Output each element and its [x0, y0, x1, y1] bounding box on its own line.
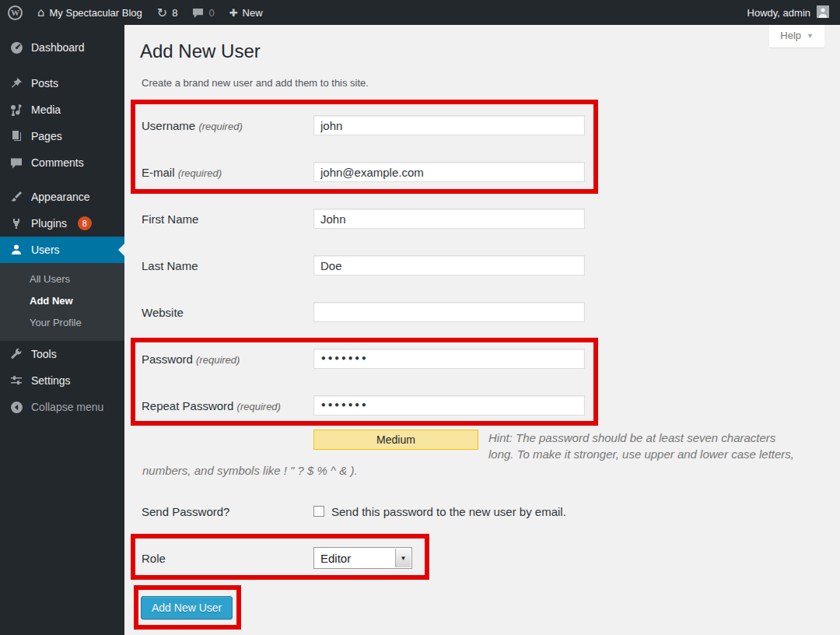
plus-icon: ✚	[229, 7, 238, 19]
main-content: Help ▼ Add New User Create a brand new u…	[124, 25, 840, 635]
chevron-down-icon: ▼	[807, 32, 814, 40]
password-label: Password (required)	[142, 353, 313, 366]
avatar	[817, 5, 829, 20]
sidebar-item-label: Comments	[31, 156, 84, 169]
sidebar-item-settings[interactable]: Settings	[0, 367, 124, 394]
website-input[interactable]	[313, 302, 585, 322]
media-icon	[9, 103, 23, 117]
repeat-password-label: Repeat Password (required)	[142, 399, 313, 412]
comment-bubble-icon	[192, 8, 204, 18]
sidebar-item-tools[interactable]: Tools	[0, 341, 124, 367]
comments-count: 0	[208, 7, 214, 19]
role-row: Role Editor ▼	[124, 535, 840, 581]
updates-count: 8	[172, 7, 177, 19]
sidebar-item-label: Tools	[31, 348, 57, 360]
website-label: Website	[142, 306, 313, 319]
help-button[interactable]: Help ▼	[769, 25, 824, 47]
sidebar-item-label: Pages	[31, 130, 62, 142]
email-row: E-mail (required)	[124, 149, 840, 195]
sidebar-item-label: Dashboard	[31, 41, 85, 54]
send-password-row: Send Password? Send this password to the…	[124, 488, 840, 535]
sidebar-item-posts[interactable]: Posts	[0, 70, 124, 96]
help-label: Help	[780, 30, 801, 41]
update-icon: ↻	[157, 5, 167, 20]
sidebar-item-label: Collapse menu	[31, 401, 103, 413]
required-marker: (required)	[237, 401, 281, 412]
dashboard-icon	[9, 40, 23, 54]
home-icon: ⌂	[37, 5, 45, 19]
chevron-down-icon: ▼	[395, 549, 411, 567]
email-label: E-mail (required)	[142, 166, 313, 179]
sidebar-item-label: Appearance	[31, 191, 90, 203]
role-select[interactable]: Editor ▼	[313, 547, 412, 569]
sidebar-item-label: Media	[31, 103, 61, 116]
required-marker: (required)	[178, 167, 222, 179]
sidebar-item-add-new[interactable]: Add New	[0, 290, 124, 312]
first-name-input[interactable]	[313, 209, 585, 229]
sidebar-item-users[interactable]: Users	[0, 237, 124, 263]
send-password-checkbox-label: Send this password to the new user by em…	[331, 505, 566, 518]
collapse-arrow-icon	[9, 400, 23, 414]
required-marker: (required)	[196, 354, 240, 366]
sidebar-item-label: Users	[31, 244, 60, 256]
username-row: Username (required)	[124, 102, 840, 149]
account-menu[interactable]: Howdy, admin	[747, 0, 829, 25]
page-title: Add New User	[140, 40, 261, 62]
comments-link[interactable]: 0	[192, 0, 214, 25]
sidebar-item-pages[interactable]: Pages	[0, 123, 124, 149]
repeat-password-input[interactable]	[313, 395, 585, 416]
sidebar-item-appearance[interactable]: Appearance	[0, 184, 124, 210]
password-hint-block: Medium Hint: The password should be at l…	[142, 430, 802, 479]
required-marker: (required)	[198, 121, 242, 132]
new-label: New	[243, 7, 263, 19]
howdy-text: Howdy, admin	[747, 7, 810, 19]
password-row: Password (required)	[124, 335, 840, 382]
sidebar-item-collapse-menu[interactable]: Collapse menu	[0, 394, 124, 420]
sidebar-item-comments[interactable]: Comments	[0, 149, 124, 176]
users-submenu: All Users Add New Your Profile	[0, 263, 124, 341]
sidebar-item-media[interactable]: Media	[0, 96, 124, 123]
new-content-link[interactable]: ✚ New	[229, 0, 263, 25]
plugins-update-badge: 8	[78, 216, 92, 230]
website-row: Website	[124, 289, 840, 335]
site-name: My Spectacular Blog	[50, 7, 142, 19]
add-new-user-button[interactable]: Add New User	[141, 596, 233, 619]
first-name-label: First Name	[142, 212, 313, 226]
username-input[interactable]	[313, 115, 585, 135]
admin-sidebar: Dashboard Posts Media Pages Comments	[0, 25, 124, 635]
pushpin-icon	[9, 76, 23, 90]
wrench-icon	[9, 347, 23, 361]
pages-icon	[9, 129, 23, 143]
sidebar-item-dashboard[interactable]: Dashboard	[0, 34, 124, 61]
sidebar-item-all-users[interactable]: All Users	[0, 268, 124, 290]
add-user-form: Username (required) E-mail (required) Fi…	[124, 102, 840, 619]
sidebar-item-plugins[interactable]: Plugins 8	[0, 210, 124, 237]
role-label: Role	[142, 552, 313, 565]
first-name-row: First Name	[124, 195, 840, 242]
last-name-row: Last Name	[124, 242, 840, 289]
repeat-password-row: Repeat Password (required)	[124, 382, 840, 429]
user-icon	[9, 243, 23, 257]
email-input[interactable]	[313, 162, 585, 182]
last-name-label: Last Name	[142, 259, 313, 272]
sidebar-item-label: Plugins	[31, 217, 67, 230]
sidebar-item-your-profile[interactable]: Your Profile	[0, 312, 124, 334]
last-name-input[interactable]	[313, 255, 585, 275]
sidebar-item-label: Settings	[31, 374, 71, 387]
send-password-checkbox[interactable]	[313, 506, 324, 517]
send-password-label: Send Password?	[142, 505, 313, 518]
plug-icon	[9, 216, 23, 230]
password-input[interactable]	[313, 349, 585, 369]
username-label: Username (required)	[142, 119, 313, 132]
password-strength-meter: Medium	[313, 430, 478, 450]
role-selected-value: Editor	[320, 552, 351, 565]
wordpress-logo-icon[interactable]: W	[8, 5, 23, 20]
page-description: Create a brand new user and add them to …	[142, 77, 369, 89]
paintbrush-icon	[9, 190, 23, 204]
updates-link[interactable]: ↻ 8	[157, 0, 178, 25]
comment-bubble-icon	[9, 156, 23, 170]
sidebar-item-label: Posts	[31, 77, 58, 89]
site-name-link[interactable]: ⌂ My Spectacular Blog	[37, 0, 142, 25]
current-menu-arrow	[118, 244, 124, 256]
sliders-icon	[9, 374, 23, 388]
